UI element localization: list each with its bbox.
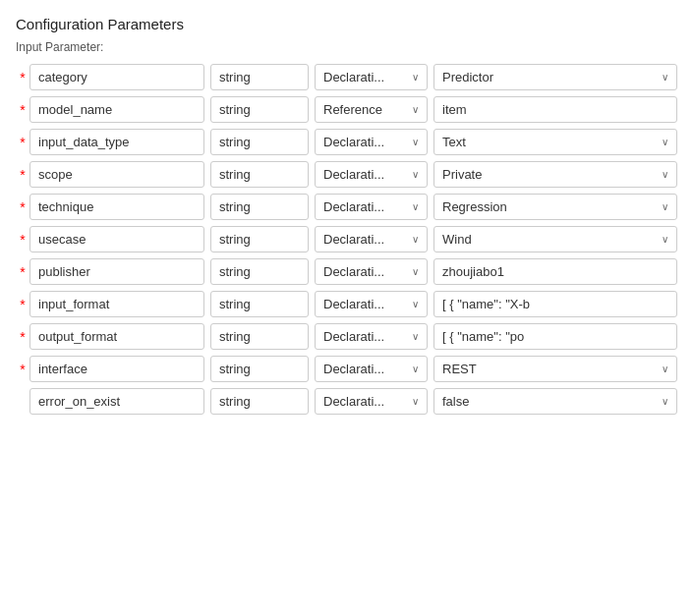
param-value-label: zhoujiabo1 xyxy=(442,264,504,279)
param-declaration-label: Reference xyxy=(323,102,382,117)
param-value-label: item xyxy=(442,102,467,117)
required-indicator: * xyxy=(16,297,29,312)
required-indicator: * xyxy=(16,264,29,280)
table-row: *usecasestringDeclarati...∨Wind∨ xyxy=(16,226,677,252)
param-name-field[interactable]: input_format xyxy=(29,291,204,317)
param-name-field[interactable]: scope xyxy=(29,161,204,188)
param-type-field[interactable]: string xyxy=(210,64,309,90)
param-declaration-label: Declarati... xyxy=(323,70,384,84)
param-type-field[interactable]: string xyxy=(210,161,309,188)
chevron-down-icon: ∨ xyxy=(662,396,668,407)
chevron-down-icon: ∨ xyxy=(412,104,419,115)
param-declaration-label: Declarati... xyxy=(323,264,384,279)
param-declaration-dropdown[interactable]: Declarati...∨ xyxy=(315,291,428,317)
chevron-down-icon: ∨ xyxy=(412,331,419,342)
param-declaration-label: Declarati... xyxy=(323,232,384,247)
chevron-down-icon: ∨ xyxy=(412,137,419,147)
param-name-field[interactable]: error_on_exist xyxy=(29,388,204,415)
param-value-field[interactable]: [ { "name": "X-b xyxy=(433,291,677,317)
param-value-field[interactable]: Wind∨ xyxy=(433,226,677,252)
param-name-field[interactable]: model_name xyxy=(29,96,204,123)
required-indicator: * xyxy=(16,232,29,248)
param-value-label: Text xyxy=(442,135,466,149)
param-name-field[interactable]: technique xyxy=(29,194,204,220)
param-value-field[interactable]: Regression∨ xyxy=(433,194,677,220)
param-value-label: false xyxy=(442,394,469,409)
param-name-field[interactable]: category xyxy=(29,64,204,90)
param-declaration-dropdown[interactable]: Declarati...∨ xyxy=(315,129,428,155)
param-declaration-label: Declarati... xyxy=(323,362,384,376)
param-value-label: Wind xyxy=(442,232,472,247)
param-declaration-label: Declarati... xyxy=(323,167,384,182)
param-value-label: Regression xyxy=(442,199,507,214)
param-type-field[interactable]: string xyxy=(210,129,309,155)
param-declaration-dropdown[interactable]: Declarati...∨ xyxy=(315,64,428,90)
table-row: *categorystringDeclarati...∨Predictor∨ xyxy=(16,64,677,90)
param-type-field[interactable]: string xyxy=(210,226,309,252)
param-type-field[interactable]: string xyxy=(210,356,309,382)
page-title: Configuration Parameters xyxy=(16,16,677,32)
param-value-label: [ { "name": "po xyxy=(442,329,524,344)
chevron-down-icon: ∨ xyxy=(662,234,668,245)
param-name-field[interactable]: input_data_type xyxy=(29,129,204,155)
param-declaration-dropdown[interactable]: Declarati...∨ xyxy=(315,258,428,285)
param-declaration-label: Declarati... xyxy=(323,394,384,409)
table-row: *output_formatstringDeclarati...∨[ { "na… xyxy=(16,323,677,350)
param-declaration-dropdown[interactable]: Declarati...∨ xyxy=(315,226,428,252)
param-value-label: Private xyxy=(442,167,482,182)
param-value-label: REST xyxy=(442,362,477,376)
param-value-field[interactable]: Predictor∨ xyxy=(433,64,677,90)
param-type-field[interactable]: string xyxy=(210,388,309,415)
chevron-down-icon: ∨ xyxy=(662,364,668,374)
param-declaration-dropdown[interactable]: Declarati...∨ xyxy=(315,323,428,350)
required-indicator: * xyxy=(16,362,29,377)
required-indicator: * xyxy=(16,70,29,85)
param-declaration-dropdown[interactable]: Declarati...∨ xyxy=(315,161,428,188)
param-value-field[interactable]: item xyxy=(433,96,677,123)
param-type-field[interactable]: string xyxy=(210,323,309,350)
param-declaration-label: Declarati... xyxy=(323,199,384,214)
chevron-down-icon: ∨ xyxy=(412,169,419,180)
table-row: *model_namestringReference∨item xyxy=(16,96,677,123)
table-row: *publisherstringDeclarati...∨zhoujiabo1 xyxy=(16,258,677,285)
param-value-field[interactable]: zhoujiabo1 xyxy=(433,258,677,285)
table-row: *interfacestringDeclarati...∨REST∨ xyxy=(16,356,677,382)
param-value-field[interactable]: false∨ xyxy=(433,388,677,415)
param-value-field[interactable]: REST∨ xyxy=(433,356,677,382)
chevron-down-icon: ∨ xyxy=(412,234,419,245)
param-declaration-dropdown[interactable]: Declarati...∨ xyxy=(315,194,428,220)
param-declaration-label: Declarati... xyxy=(323,135,384,149)
required-indicator: * xyxy=(16,167,29,183)
chevron-down-icon: ∨ xyxy=(662,72,668,83)
param-type-field[interactable]: string xyxy=(210,291,309,317)
param-type-field[interactable]: string xyxy=(210,258,309,285)
chevron-down-icon: ∨ xyxy=(662,201,668,212)
param-value-label: Predictor xyxy=(442,70,493,84)
chevron-down-icon: ∨ xyxy=(412,72,419,83)
param-value-field[interactable]: Private∨ xyxy=(433,161,677,188)
param-value-field[interactable]: [ { "name": "po xyxy=(433,323,677,350)
chevron-down-icon: ∨ xyxy=(662,169,668,180)
param-declaration-dropdown[interactable]: Reference∨ xyxy=(315,96,428,123)
param-type-field[interactable]: string xyxy=(210,194,309,220)
param-declaration-label: Declarati... xyxy=(323,297,384,311)
chevron-down-icon: ∨ xyxy=(412,396,419,407)
table-row: *input_data_typestringDeclarati...∨Text∨ xyxy=(16,129,677,155)
table-row: *techniquestringDeclarati...∨Regression∨ xyxy=(16,194,677,220)
required-indicator: * xyxy=(16,329,29,345)
param-name-field[interactable]: interface xyxy=(29,356,204,382)
chevron-down-icon: ∨ xyxy=(412,266,419,277)
param-value-field[interactable]: Text∨ xyxy=(433,129,677,155)
param-declaration-dropdown[interactable]: Declarati...∨ xyxy=(315,388,428,415)
param-name-field[interactable]: output_format xyxy=(29,323,204,350)
required-indicator: * xyxy=(16,135,29,150)
param-name-field[interactable]: publisher xyxy=(29,258,204,285)
param-name-field[interactable]: usecase xyxy=(29,226,204,252)
param-type-field[interactable]: string xyxy=(210,96,309,123)
table-row: error_on_existstringDeclarati...∨false∨ xyxy=(16,388,677,415)
required-indicator: * xyxy=(16,102,29,118)
table-row: *input_formatstringDeclarati...∨[ { "nam… xyxy=(16,291,677,317)
param-declaration-label: Declarati... xyxy=(323,329,384,344)
chevron-down-icon: ∨ xyxy=(412,364,419,374)
param-declaration-dropdown[interactable]: Declarati...∨ xyxy=(315,356,428,382)
